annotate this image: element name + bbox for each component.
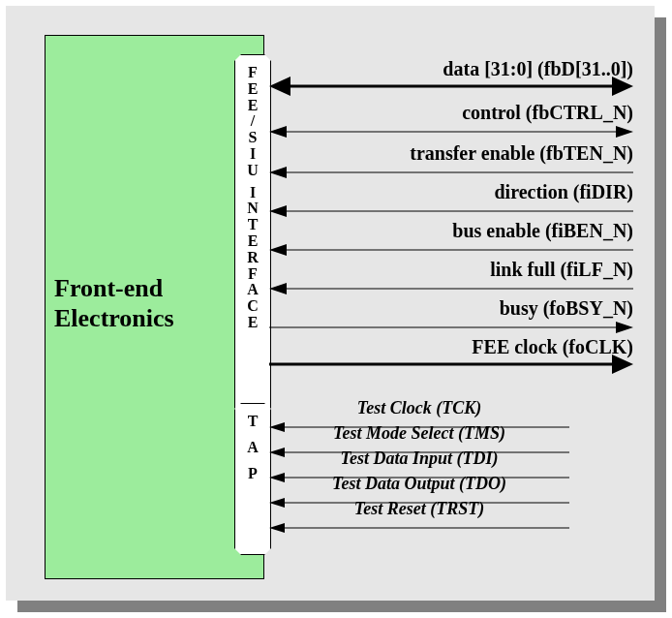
signal-label: Test Reset (TRST) (269, 499, 569, 519)
signal-label: busy (foBSY_N) (269, 297, 633, 320)
tap-chip: TAP (234, 403, 271, 555)
svg-marker-1 (269, 77, 290, 96)
diagram-root: Front-end Electronics FEE/SIU INTERFACE … (0, 0, 672, 618)
signal-label: Test Data Input (TDI) (269, 448, 569, 469)
signal-label: Test Data Output (TDO) (269, 474, 569, 494)
svg-marker-9 (269, 205, 287, 217)
svg-marker-13 (269, 283, 287, 294)
signal-label: Test Clock (TCK) (269, 398, 569, 418)
signal-label: Test Mode Select (TMS) (269, 423, 569, 444)
signal-link-full: link full (fiLF_N) (269, 260, 633, 298)
svg-marker-17 (612, 355, 633, 374)
signal-control: control (fbCTRL_N) (269, 103, 633, 141)
svg-marker-4 (269, 126, 287, 138)
signal-fee-clock: FEE clock (foCLK) (269, 337, 633, 376)
svg-marker-11 (269, 244, 287, 256)
signal-bus-enable: bus enable (fiBEN_N) (269, 221, 633, 260)
panel: Front-end Electronics FEE/SIU INTERFACE … (6, 6, 655, 601)
fee-siu-interface-chip: FEE/SIU INTERFACE (234, 54, 271, 415)
signal-busy: busy (foBSY_N) (269, 298, 633, 337)
front-end-label: Front-end Electronics (54, 273, 174, 333)
signal-label: bus enable (fiBEN_N) (269, 220, 633, 242)
tap-chip-text: TAP (235, 414, 270, 481)
signal-trst: Test Reset (TRST) (269, 498, 569, 537)
front-end-label-line2: Electronics (54, 304, 174, 332)
signal-transfer-enable: transfer enable (fbTEN_N) (269, 143, 633, 182)
svg-marker-15 (616, 322, 633, 333)
signal-data-bus: data [31:0] (fbD[31..0]) (269, 59, 633, 98)
signal-label: transfer enable (fbTEN_N) (269, 142, 633, 165)
svg-marker-5 (616, 126, 633, 138)
signal-label: direction (fiDIR) (269, 181, 633, 203)
svg-marker-2 (612, 77, 633, 96)
svg-marker-27 (269, 523, 285, 533)
front-end-label-line1: Front-end (54, 274, 163, 302)
svg-marker-7 (269, 167, 287, 178)
signal-direction: direction (fiDIR) (269, 182, 633, 221)
fee-siu-chip-text: FEE/SIU INTERFACE (235, 65, 270, 331)
signal-label: control (fbCTRL_N) (269, 102, 633, 124)
signal-label: link full (fiLF_N) (269, 259, 633, 281)
